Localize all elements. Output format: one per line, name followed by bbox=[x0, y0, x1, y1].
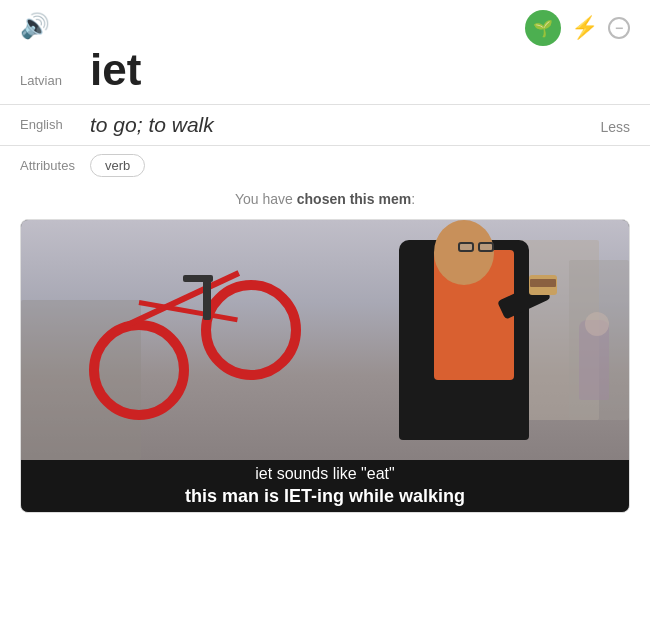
attributes-label: Attributes bbox=[20, 158, 90, 173]
english-label: English bbox=[20, 113, 90, 132]
caption-bar: iet sounds like "eat" this man is IET-in… bbox=[21, 460, 629, 512]
less-button[interactable]: Less bbox=[600, 119, 630, 137]
translation-text: to go; to walk bbox=[90, 113, 600, 137]
flash-icon[interactable]: ⚡ bbox=[571, 15, 598, 41]
caption-line2: this man is IET-ing while walking bbox=[31, 486, 619, 507]
main-word: iet bbox=[90, 46, 141, 94]
mem-image-container[interactable]: iet sounds like "eat" this man is IET-in… bbox=[20, 219, 630, 513]
latvian-label: Latvian bbox=[20, 73, 90, 88]
caption-line1: iet sounds like "eat" bbox=[31, 465, 619, 483]
mem-scene bbox=[21, 220, 629, 460]
mem-header: You have chosen this mem: bbox=[20, 191, 630, 207]
verb-badge[interactable]: verb bbox=[90, 154, 145, 177]
mem-section: You have chosen this mem: bbox=[0, 191, 650, 533]
mem-header-bold: chosen this mem bbox=[297, 191, 411, 207]
minus-circle-icon[interactable]: − bbox=[608, 17, 630, 39]
top-right-icons: 🌱 ⚡ − bbox=[525, 10, 630, 46]
speaker-icon[interactable]: 🔊 bbox=[20, 12, 50, 40]
green-logo-button[interactable]: 🌱 bbox=[525, 10, 561, 46]
